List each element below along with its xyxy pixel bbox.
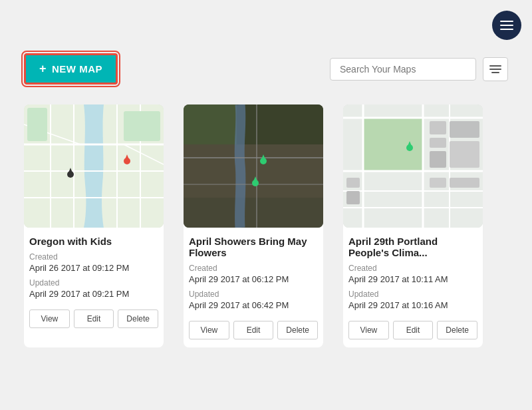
view-button-oregon-kids[interactable]: View	[29, 309, 70, 328]
svg-rect-18	[237, 104, 323, 144]
svg-rect-39	[430, 138, 446, 148]
delete-button-april-showers[interactable]: Delete	[277, 321, 318, 339]
card-updated-label-portland-climate: Updated	[348, 290, 477, 299]
card-actions-oregon-kids: View Edit Delete	[24, 304, 164, 336]
list-icon-line	[489, 65, 501, 67]
list-view-button[interactable]	[483, 57, 508, 81]
card-title-oregon-kids: Oregon with Kids	[29, 236, 158, 247]
card-created-date-april-showers: April 29 2017 at 06:12 PM	[189, 274, 318, 284]
card-created-date-oregon-kids: April 26 2017 at 09:12 PM	[29, 263, 158, 273]
menu-icon-line	[500, 29, 513, 30]
card-title-april-showers: April Showers Bring May Flowers	[189, 236, 318, 258]
card-updated-label-april-showers: Updated	[189, 290, 318, 299]
new-map-button[interactable]: + NEW MAP	[24, 53, 118, 85]
card-created-label-oregon-kids: Created	[29, 252, 158, 262]
card-map-portland-climate	[343, 104, 483, 228]
svg-rect-37	[430, 121, 446, 134]
edit-button-oregon-kids[interactable]: Edit	[74, 309, 114, 328]
header-right	[330, 57, 508, 81]
edit-button-april-showers[interactable]: Edit	[233, 321, 274, 339]
new-map-label: NEW MAP	[52, 63, 102, 75]
card-map-april-showers	[184, 104, 323, 228]
card-info-portland-climate: April 29th Portland People's Clima... Cr…	[343, 228, 483, 310]
svg-rect-10	[27, 108, 47, 141]
svg-rect-43	[346, 191, 360, 204]
edit-button-portland-climate[interactable]: Edit	[393, 321, 434, 339]
menu-icon-line	[500, 25, 513, 26]
svg-rect-42	[346, 178, 360, 188]
svg-rect-19	[184, 144, 323, 198]
card-map-oregon-kids	[24, 104, 164, 228]
plus-icon: +	[39, 62, 47, 76]
card-created-label-april-showers: Created	[189, 264, 318, 273]
list-icon-line	[491, 72, 499, 73]
svg-rect-11	[124, 111, 160, 141]
card-updated-date-portland-climate: April 29 2017 at 10:16 AM	[348, 300, 477, 310]
header: + NEW MAP	[0, 0, 532, 98]
svg-rect-38	[450, 121, 479, 138]
card-oregon-kids: Oregon with Kids Created April 26 2017 a…	[24, 104, 164, 347]
delete-button-oregon-kids[interactable]: Delete	[118, 309, 158, 328]
delete-button-portland-climate[interactable]: Delete	[437, 321, 477, 339]
svg-rect-40	[450, 141, 479, 168]
card-updated-label-oregon-kids: Updated	[29, 278, 158, 288]
cards-grid: Oregon with Kids Created April 26 2017 a…	[0, 98, 532, 361]
card-created-label-portland-climate: Created	[348, 264, 477, 273]
card-info-oregon-kids: Oregon with Kids Created April 26 2017 a…	[24, 228, 164, 299]
card-portland-climate: April 29th Portland People's Clima... Cr…	[343, 104, 483, 347]
menu-icon-line	[500, 21, 513, 22]
card-actions-april-showers: View Edit Delete	[184, 315, 323, 347]
svg-rect-44	[430, 178, 446, 188]
svg-rect-41	[430, 151, 446, 168]
view-button-portland-climate[interactable]: View	[348, 321, 389, 339]
card-updated-date-april-showers: April 29 2017 at 06:42 PM	[189, 300, 318, 310]
list-icon-line	[489, 69, 501, 70]
card-created-date-portland-climate: April 29 2017 at 10:11 AM	[348, 274, 477, 284]
card-actions-portland-climate: View Edit Delete	[343, 315, 483, 347]
card-updated-date-oregon-kids: April 29 2017 at 09:21 PM	[29, 289, 158, 299]
card-info-april-showers: April Showers Bring May Flowers Created …	[184, 228, 323, 310]
svg-rect-45	[450, 178, 479, 188]
menu-button[interactable]	[492, 11, 521, 40]
view-button-april-showers[interactable]: View	[189, 321, 229, 339]
svg-rect-17	[184, 104, 237, 144]
card-april-showers: April Showers Bring May Flowers Created …	[184, 104, 323, 347]
svg-rect-29	[363, 118, 423, 171]
search-input[interactable]	[330, 58, 476, 81]
card-title-portland-climate: April 29th Portland People's Clima...	[348, 236, 477, 258]
svg-rect-20	[184, 198, 323, 228]
